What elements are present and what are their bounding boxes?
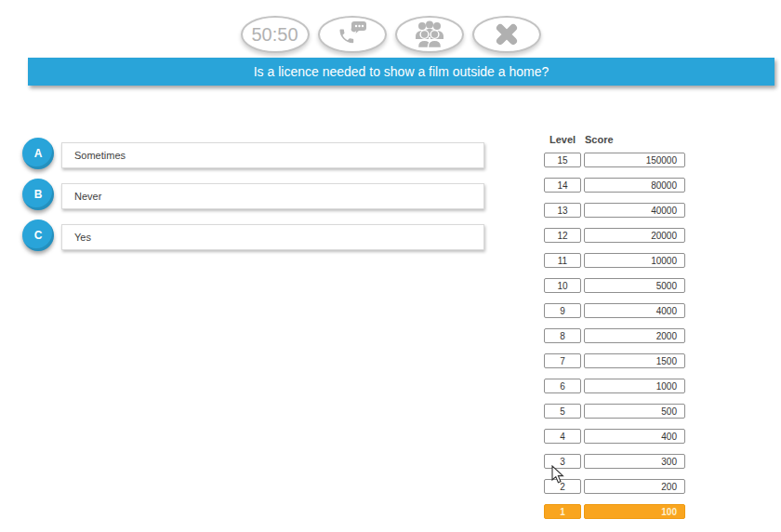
score-row-14: 14 80000 [544,178,686,193]
level-cell: 6 [544,379,581,393]
answer-row-c: C Yes [0,219,521,260]
score-row-10: 10 5000 [544,278,686,293]
answer-letter-badge[interactable]: B [22,179,54,210]
score-cell: 400 [584,429,685,444]
score-row-12: 12 20000 [544,228,686,243]
quit-button[interactable] [472,16,541,53]
level-cell: 1 [544,504,581,519]
answer-option-button[interactable]: Sometimes [61,142,484,168]
level-cell: 3 [544,454,581,469]
score-header: Score [584,134,686,147]
answer-option-button[interactable]: Yes [61,224,484,250]
score-cell: 10000 [584,253,685,268]
score-row-3: 3 300 [544,454,686,469]
score-row-5: 5 500 [544,404,686,419]
game-stage: 50:50 [0,0,781,532]
score-row-7: 7 1500 [544,353,686,368]
score-cell: 1000 [584,379,685,393]
level-cell: 10 [544,278,581,293]
phone-icon [337,20,368,48]
score-row-6: 6 1000 [544,379,686,393]
score-cell: 40000 [584,203,685,218]
score-row-13: 13 40000 [544,203,686,218]
answer-text: Sometimes [74,150,126,161]
answer-row-a: A Sometimes [0,138,521,179]
level-cell: 2 [544,479,581,494]
fifty-fifty-label: 50:50 [251,24,298,46]
score-cell: 20000 [584,228,685,243]
answer-letter-badge[interactable]: C [22,219,54,251]
phone-a-friend-button[interactable] [318,16,387,53]
answer-text: Yes [74,232,91,243]
level-cell: 8 [544,328,581,343]
ask-the-audience-button[interactable] [395,16,464,53]
score-row-8: 8 2000 [544,328,686,343]
score-cell: 80000 [584,178,685,193]
fifty-fifty-button[interactable]: 50:50 [241,16,310,53]
level-cell: 4 [544,429,581,444]
answer-text: Never [74,191,101,202]
score-row-9: 9 4000 [544,303,686,318]
level-cell: 9 [544,303,581,318]
question-bar: Is a licence needed to show a film outsi… [28,58,774,86]
level-cell: 13 [544,203,581,218]
answer-row-b: B Never [0,179,521,219]
lifelines-bar: 50:50 [0,16,781,53]
score-cell: 300 [584,454,685,469]
level-header: Level [544,134,581,147]
answer-option-button[interactable]: Never [61,183,484,209]
score-row-2: 2 200 [544,479,686,494]
score-cell: 150000 [584,153,685,167]
level-cell: 7 [544,353,581,368]
score-cell: 200 [584,479,685,494]
level-cell: 11 [544,253,581,268]
score-row-4: 4 400 [544,429,686,444]
level-cell: 5 [544,404,581,419]
score-cell: 1500 [584,353,685,368]
score-row-1-current: 1 100 [544,504,686,519]
answer-letter-badge[interactable]: A [22,138,54,169]
level-cell: 15 [544,153,581,167]
score-cell: 100 [584,504,685,519]
score-cell: 500 [584,404,685,419]
score-cell: 4000 [584,303,685,318]
score-row-15: 15 150000 [544,153,686,167]
close-icon [494,22,520,47]
level-cell: 12 [544,228,581,243]
audience-icon [410,20,449,48]
level-cell: 14 [544,178,581,193]
score-table: Level Score 15 150000 14 80000 13 40000 … [544,134,686,529]
score-table-header: Level Score [544,134,686,147]
score-cell: 5000 [584,278,685,293]
score-row-11: 11 10000 [544,253,686,268]
question-text: Is a licence needed to show a film outsi… [254,64,549,79]
score-cell: 2000 [584,328,685,343]
